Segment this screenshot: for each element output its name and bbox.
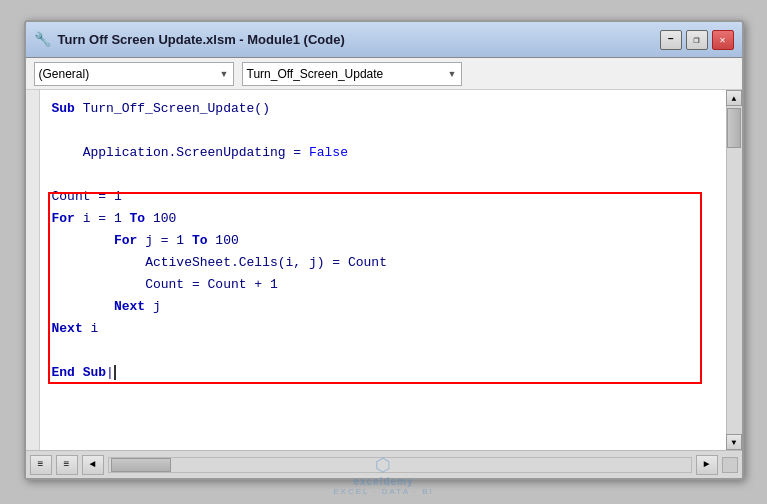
bottom-left-btn2[interactable]: ≡ <box>56 455 78 475</box>
toolbar: (General) ▼ Turn_Off_Screen_Update ▼ <box>26 58 742 90</box>
code-line-2 <box>52 120 714 142</box>
code-line-8: ActiveSheet.Cells(i, j) = Count <box>52 252 714 274</box>
procedure-dropdown-value: Turn_Off_Screen_Update <box>247 67 384 81</box>
restore-button[interactable]: ❐ <box>686 30 708 50</box>
title-buttons: − ❐ ✕ <box>660 30 734 50</box>
code-line-6: For i = 1 To 100 <box>52 208 714 230</box>
code-line-11: Next i <box>52 318 714 340</box>
code-line-13: End Sub| <box>52 362 714 384</box>
watermark-tagline: EXCEL · DATA · BI <box>333 487 434 496</box>
scroll-down-button[interactable]: ▼ <box>726 434 742 450</box>
title-bar: 🔧 Turn Off Screen Update.xlsm - Module1 … <box>26 22 742 58</box>
gutter <box>26 90 40 450</box>
close-button[interactable]: ✕ <box>712 30 734 50</box>
procedure-dropdown-arrow: ▼ <box>448 69 457 79</box>
general-dropdown[interactable]: (General) ▼ <box>34 62 234 86</box>
scroll-thumb-v[interactable] <box>727 108 741 148</box>
code-line-1: Sub Turn_Off_Screen_Update() <box>52 98 714 120</box>
code-line-5: Count = 1 <box>52 186 714 208</box>
code-line-12 <box>52 340 714 362</box>
general-dropdown-value: (General) <box>39 67 90 81</box>
code-line-9: Count = Count + 1 <box>52 274 714 296</box>
scroll-left-button[interactable]: ◄ <box>82 455 104 475</box>
main-window: 🔧 Turn Off Screen Update.xlsm - Module1 … <box>24 20 744 480</box>
app-icon: 🔧 <box>34 31 52 49</box>
code-line-3: Application.ScreenUpdating = False <box>52 142 714 164</box>
watermark: ⬡ exceldemy EXCEL · DATA · BI <box>333 454 434 496</box>
scroll-right-button[interactable]: ► <box>696 455 718 475</box>
minimize-button[interactable]: − <box>660 30 682 50</box>
resize-grip <box>722 457 738 473</box>
vertical-scrollbar[interactable]: ▲ ▼ <box>726 90 742 450</box>
scroll-track-v[interactable] <box>727 106 742 434</box>
watermark-brand: exceldemy <box>353 476 413 487</box>
window-title: Turn Off Screen Update.xlsm - Module1 (C… <box>58 32 345 47</box>
code-line-7: For j = 1 To 100 <box>52 230 714 252</box>
bottom-left-btn1[interactable]: ≡ <box>30 455 52 475</box>
code-line-10: Next j <box>52 296 714 318</box>
watermark-logo: ⬡ <box>375 454 391 476</box>
procedure-dropdown[interactable]: Turn_Off_Screen_Update ▼ <box>242 62 462 86</box>
scroll-thumb-h[interactable] <box>111 458 171 472</box>
general-dropdown-arrow: ▼ <box>220 69 229 79</box>
code-editor[interactable]: Sub Turn_Off_Screen_Update() Application… <box>40 90 726 450</box>
code-wrapper: Sub Turn_Off_Screen_Update() Application… <box>26 90 742 450</box>
title-bar-left: 🔧 Turn Off Screen Update.xlsm - Module1 … <box>34 31 345 49</box>
code-line-4 <box>52 164 714 186</box>
scroll-up-button[interactable]: ▲ <box>726 90 742 106</box>
